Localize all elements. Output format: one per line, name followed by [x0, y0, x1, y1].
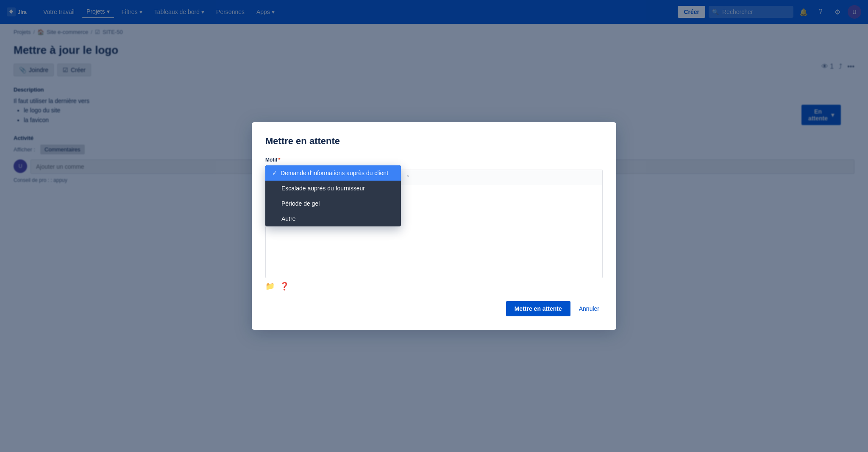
modal-overlay[interactable]: Mettre en attente Motif * ✓ Demande d'in…	[0, 0, 868, 190]
motif-label: Motif *	[265, 157, 603, 163]
required-star: *	[278, 157, 281, 163]
dropdown-list[interactable]: ✓ Demande d'informations auprès du clien…	[265, 165, 401, 190]
dropdown-option-1[interactable]: Escalade auprès du fournisseur	[265, 181, 401, 190]
collapse-button[interactable]: ⌃	[403, 173, 413, 182]
check-icon: ✓	[272, 170, 277, 176]
modal-dialog: Mettre en attente Motif * ✓ Demande d'in…	[252, 122, 616, 190]
modal-title: Mettre en attente	[265, 136, 603, 147]
dropdown-option-0[interactable]: ✓ Demande d'informations auprès du clien…	[265, 165, 401, 181]
